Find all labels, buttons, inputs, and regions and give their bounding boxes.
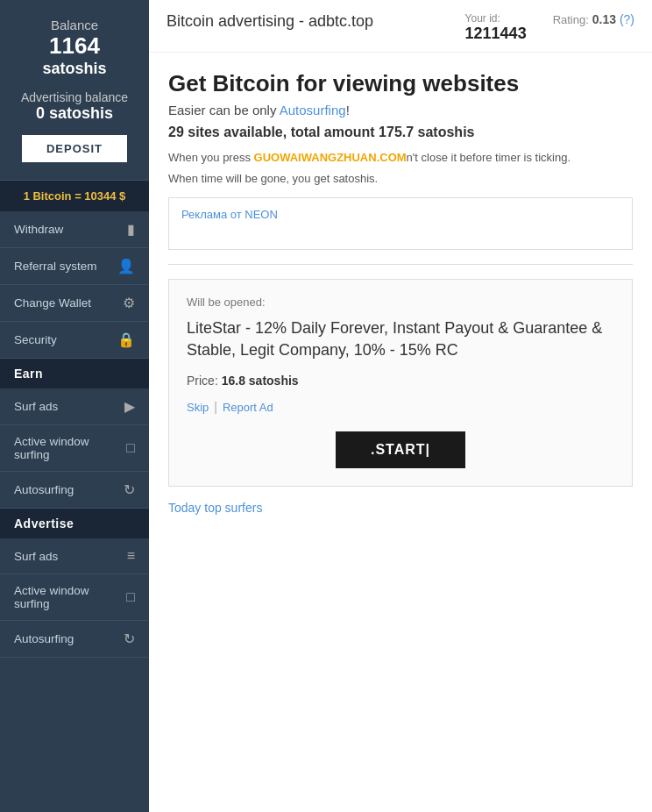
sidebar-item-security[interactable]: Security 🔒	[0, 322, 149, 359]
autosurfing-earn-icon: ↻	[124, 481, 135, 498]
will-be-opened: Will be opened:	[187, 296, 614, 309]
deposit-button[interactable]: DEPOSIT	[22, 135, 127, 162]
start-button[interactable]: .START|	[336, 431, 465, 468]
top-bar: Bitcoin advertising - adbtc.top Your id:…	[149, 0, 652, 53]
subtitle-suffix: !	[346, 103, 350, 118]
ad-box: Реклама от NEON	[168, 197, 633, 250]
active-window-adv-icon: □	[126, 589, 135, 605]
sidebar-item-active-window-label: Active window surfing	[14, 435, 126, 461]
security-icon: 🔒	[117, 331, 135, 348]
price-label: Price:	[187, 374, 218, 388]
today-surfers-link[interactable]: Today top surfers	[168, 501, 262, 515]
sidebar: Balance 1164 satoshis Advertising balanc…	[0, 0, 149, 812]
instruction-text-1: When you press GUOWAIWANGZHUAN.COMn't cl…	[168, 149, 633, 167]
divider	[168, 264, 633, 265]
page-body: Get Bitcoin for viewing websites Easier …	[149, 53, 652, 532]
rating-label: Rating:	[553, 13, 589, 26]
autosurfing-link[interactable]: Autosurfing	[280, 103, 346, 118]
withdraw-icon: ▮	[127, 221, 135, 238]
rating-info: Rating: 0.13 (?)	[553, 12, 634, 26]
offer-actions: Skip | Report Ad	[187, 400, 614, 414]
subtitle-prefix: Easier can be only	[168, 103, 280, 118]
adv-label: Advertising balance	[9, 90, 140, 104]
main-content: Bitcoin advertising - adbtc.top Your id:…	[149, 0, 652, 812]
instruction-text-2: When time will be gone, you get satoshis…	[168, 170, 633, 188]
sidebar-item-referral[interactable]: Referral system 👤	[0, 248, 149, 285]
sidebar-item-autosurfing-earn-label: Autosurfing	[14, 483, 124, 496]
balance-label: Balance	[9, 18, 140, 32]
adv-amount: 0 satoshis	[9, 104, 140, 123]
sidebar-item-autosurfing-adv[interactable]: Autosurfing ↻	[0, 621, 149, 658]
balance-amount: 1164	[9, 32, 140, 60]
rating-question[interactable]: (?)	[620, 12, 634, 26]
offer-title: LiteStar - 12% Daily Forever, Instant Pa…	[187, 317, 614, 361]
referral-icon: 👤	[117, 258, 135, 274]
sidebar-item-withdraw-label: Withdraw	[14, 223, 127, 236]
ad-link[interactable]: Реклама от NEON	[181, 208, 278, 221]
sidebar-balance-section: Balance 1164 satoshis Advertising balanc…	[0, 0, 149, 181]
instruction-suffix: n't close it before timer is ticking.	[407, 151, 570, 164]
autosurfing-adv-icon: ↻	[124, 630, 135, 647]
sidebar-item-surf-ads-earn[interactable]: Surf ads ▶	[0, 388, 149, 425]
rating-value: 0.13	[592, 12, 616, 26]
sidebar-item-surf-ads-adv[interactable]: Surf ads ≡	[0, 538, 149, 574]
sidebar-menu: Withdraw ▮ Referral system 👤 Change Wall…	[0, 211, 149, 812]
sidebar-item-wallet[interactable]: Change Wallet ⚙	[0, 285, 149, 322]
balance-unit: satoshis	[9, 60, 140, 78]
instruction-prefix: When you press	[168, 151, 254, 164]
advertise-section-header: Advertise	[0, 509, 149, 538]
sidebar-item-wallet-label: Change Wallet	[14, 296, 123, 310]
price-value: 16.8 satoshis	[222, 374, 299, 388]
subtitle: Easier can be only Autosurfing!	[168, 103, 633, 118]
sidebar-item-active-window-adv[interactable]: Active window surfing □	[0, 574, 149, 621]
user-id-label: Your id:	[465, 12, 527, 25]
wallet-icon: ⚙	[123, 295, 135, 311]
sidebar-item-security-label: Security	[14, 333, 117, 346]
main-heading: Get Bitcoin for viewing websites	[168, 70, 633, 97]
sidebar-item-active-window-adv-label: Active window surfing	[14, 584, 126, 610]
active-window-icon: □	[126, 440, 135, 456]
sidebar-item-withdraw[interactable]: Withdraw ▮	[0, 211, 149, 248]
sites-info: 29 sites available, total amount 175.7 s…	[168, 125, 633, 140]
skip-link[interactable]: Skip	[187, 401, 209, 414]
watermark-text: GUOWAIWANGZHUAN.COM	[254, 151, 407, 164]
user-id-value: 1211443	[465, 25, 527, 43]
sidebar-item-autosurfing-earn[interactable]: Autosurfing ↻	[0, 472, 149, 509]
bitcoin-rate: 1 Bitcoin = 10344 $	[0, 181, 149, 211]
sidebar-item-referral-label: Referral system	[14, 260, 117, 273]
sidebar-item-autosurfing-adv-label: Autosurfing	[14, 632, 124, 645]
surf-ads-earn-icon: ▶	[124, 398, 135, 415]
action-separator: |	[214, 400, 217, 414]
offer-card: Will be opened: LiteStar - 12% Daily For…	[168, 279, 633, 487]
earn-section-header: Earn	[0, 359, 149, 388]
sidebar-item-surf-ads-earn-label: Surf ads	[14, 400, 124, 413]
report-ad-link[interactable]: Report Ad	[223, 401, 273, 414]
site-title: Bitcoin advertising - adbtc.top	[167, 12, 465, 31]
user-info: Your id: 1211443	[465, 12, 527, 43]
offer-price: Price: 16.8 satoshis	[187, 374, 614, 388]
sidebar-item-active-window[interactable]: Active window surfing □	[0, 425, 149, 472]
sidebar-item-surf-ads-adv-label: Surf ads	[14, 550, 127, 563]
surf-ads-adv-icon: ≡	[127, 548, 135, 564]
